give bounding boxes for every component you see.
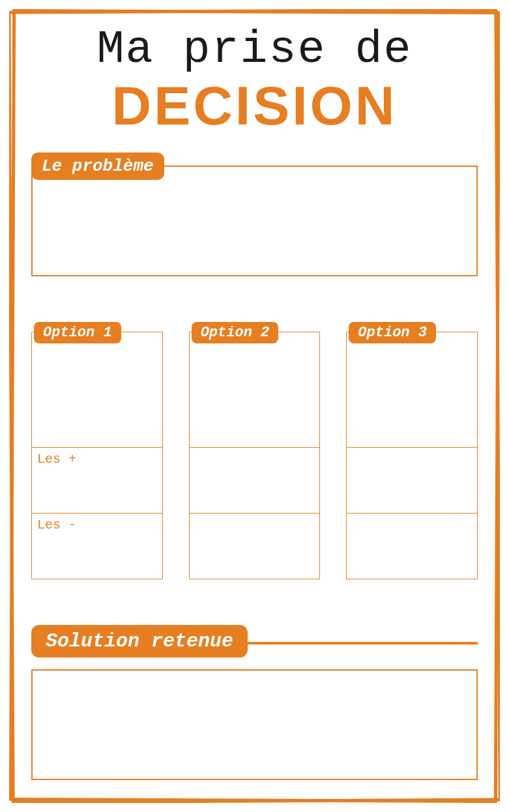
option-3-minus-area[interactable]	[347, 513, 477, 579]
option-2-box[interactable]	[189, 332, 321, 579]
options-row: Option 1 Les + Les - Option 2	[31, 322, 478, 579]
solution-label: Solution retenue	[31, 625, 248, 658]
option-2-main-area[interactable]	[190, 332, 320, 447]
option-3-main-area[interactable]	[347, 332, 477, 447]
option-1-main-area[interactable]	[32, 332, 162, 447]
option-3-label: Option 3	[349, 322, 436, 343]
problem-input-box[interactable]	[31, 166, 478, 276]
option-1-minus-area[interactable]: Les -	[32, 513, 162, 579]
solution-input-box[interactable]	[31, 669, 478, 780]
option-1: Option 1 Les + Les -	[31, 322, 163, 579]
minus-label: Les -	[37, 517, 76, 532]
option-3: Option 3	[346, 322, 478, 579]
solution-section: Solution retenue	[31, 625, 478, 780]
content-area: Ma prise de DECISION Le problème Option …	[20, 20, 489, 792]
problem-label: Le problème	[31, 152, 164, 180]
title-block: Ma prise de DECISION	[20, 26, 489, 134]
option-3-box[interactable]	[346, 332, 478, 579]
option-1-label: Option 1	[34, 322, 121, 343]
problem-section: Le problème	[31, 152, 478, 276]
option-2-label: Option 2	[192, 322, 279, 343]
option-1-plus-area[interactable]: Les +	[32, 447, 162, 513]
plus-label: Les +	[37, 452, 76, 467]
option-2-plus-area[interactable]	[190, 447, 320, 513]
worksheet-page: Ma prise de DECISION Le problème Option …	[0, 0, 509, 812]
option-1-box[interactable]: Les + Les -	[31, 332, 163, 579]
option-2: Option 2	[189, 322, 321, 579]
title-line1: Ma prise de	[20, 26, 489, 74]
title-line2: DECISION	[20, 77, 489, 134]
option-3-plus-area[interactable]	[347, 447, 477, 513]
option-2-minus-area[interactable]	[190, 513, 320, 579]
